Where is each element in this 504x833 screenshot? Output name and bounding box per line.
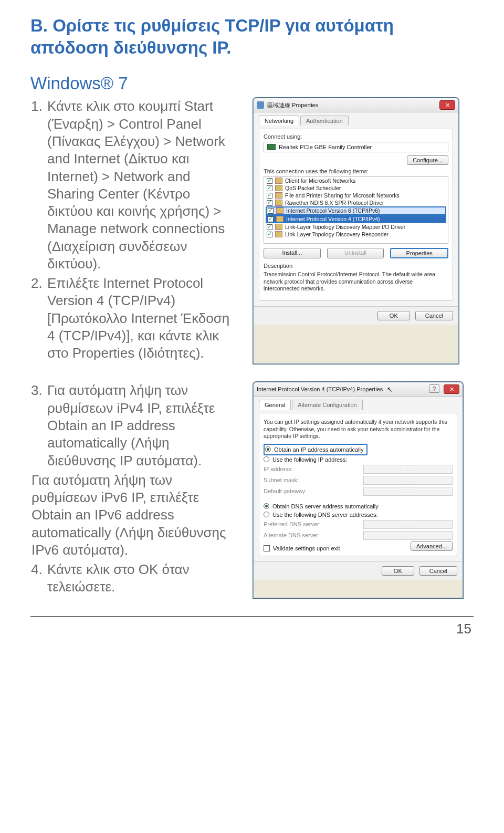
checkbox-icon — [264, 545, 270, 551]
list-item[interactable]: Link-Layer Topology Discovery Mapper I/O… — [264, 223, 448, 231]
adns-input[interactable]: . . . — [363, 531, 453, 540]
ok-button[interactable]: OK — [382, 566, 414, 576]
step-4: Κάντε κλικ στο OK όταν τελειώσετε. — [46, 561, 236, 596]
cancel-button[interactable]: Cancel — [415, 311, 453, 320]
items-listbox[interactable]: Client for Microsoft Networks QoS Packet… — [264, 176, 448, 244]
window-icon — [257, 101, 264, 109]
tab-authentication[interactable]: Authentication — [300, 116, 349, 126]
list-item[interactable]: Rawether NDIS 6.X SPR Protocol Driver — [264, 199, 448, 206]
connect-using-label: Connect using: — [264, 133, 448, 140]
window-title: Internet Protocol Version 4 (TCP/IPv4) P… — [257, 386, 383, 392]
label-pdns: Preferred DNS server: — [264, 521, 321, 527]
radio-obtain-dns[interactable]: Obtain DNS server address automatically — [264, 502, 453, 511]
label-adns: Alternate DNS server: — [264, 532, 320, 538]
heading-text: Ορίστε τις ρυθμίσεις TCP/IP για αυτόματη… — [30, 16, 394, 57]
radio-dot-icon — [264, 512, 269, 517]
intro-text: You can get IP settings assigned automat… — [264, 419, 453, 439]
radio-obtain-ip[interactable]: Obtain an IP address automatically — [265, 445, 363, 454]
install-button[interactable]: Install... — [264, 248, 321, 258]
properties-button[interactable]: Properties — [390, 248, 448, 258]
radio-use-ip[interactable]: Use the following IP address: — [264, 455, 453, 464]
list-item[interactable]: Client for Microsoft Networks — [264, 177, 448, 184]
window-title: 區域連線 Properties — [267, 101, 318, 109]
steps-list-a: Κάντε κλικ στο κουμπί Start (Έναρξη) > C… — [30, 98, 236, 362]
step-2: Επιλέξτε Internet Protocol Version 4 (TC… — [46, 275, 236, 362]
checkbox-validate[interactable]: Validate settings upon exit — [264, 545, 340, 551]
radio-dot-icon — [265, 446, 271, 452]
gateway-input[interactable]: . . . — [363, 487, 453, 496]
radio-dot-icon — [264, 503, 269, 509]
dialog-connection-properties: 區域連線 Properties ✕ Networking Authenticat… — [253, 98, 459, 364]
radio-obtain-ip-highlight: Obtain an IP address automatically — [264, 444, 368, 455]
adapter-name: Realtek PCIe GBE Family Controller — [279, 144, 372, 150]
tab-networking[interactable]: Networking — [259, 116, 299, 126]
list-item-ipv4-selected[interactable]: Internet Protocol Version 4 (TCP/IPv4) — [266, 215, 446, 223]
page-number: 15 — [30, 621, 474, 637]
network-adapter-icon — [267, 144, 276, 150]
dialog-ipv4-properties: Internet Protocol Version 4 (TCP/IPv4) P… — [253, 382, 463, 598]
label-mask: Subnet mask: — [264, 477, 299, 483]
list-item-ipv6[interactable]: Internet Protocol Version 6 (TCP/IPv6) — [266, 206, 446, 215]
pdns-input[interactable]: . . . — [363, 520, 453, 529]
step-3: Για αυτόματη λήψη των ρυθμίσεων iPv4 IP,… — [46, 382, 236, 469]
close-button[interactable]: ✕ — [439, 100, 455, 110]
uninstall-button[interactable]: Uninstall — [327, 248, 384, 258]
close-button[interactable]: ✕ — [444, 384, 459, 394]
advanced-button[interactable]: Advanced... — [411, 542, 453, 551]
steps-list-b: Για αυτόματη λήψη των ρυθμίσεων iPv4 IP,… — [30, 382, 236, 596]
list-item[interactable]: QoS Packet Scheduler — [264, 184, 448, 192]
list-item[interactable]: Link-Layer Topology Discovery Responder — [264, 231, 448, 238]
ip-input[interactable]: . . . — [363, 465, 453, 474]
cancel-button[interactable]: Cancel — [419, 566, 457, 576]
ok-button[interactable]: OK — [377, 311, 410, 320]
list-item[interactable]: File and Printer Sharing for Microsoft N… — [264, 192, 448, 199]
label-ip: IP address: — [264, 466, 292, 472]
step-1: Κάντε κλικ στο κουμπί Start (Έναρξη) > C… — [46, 98, 236, 273]
help-button[interactable]: ? — [429, 384, 439, 393]
adapter-field: Realtek PCIe GBE Family Controller — [264, 142, 448, 152]
configure-button[interactable]: Configure... — [407, 155, 448, 165]
radio-use-dns[interactable]: Use the following DNS server addresses: — [264, 511, 453, 519]
radio-dot-icon — [264, 456, 269, 462]
cursor-icon: ↖ — [387, 386, 393, 393]
description-label: Description — [264, 263, 448, 269]
tab-alternate[interactable]: Alternate Configuration — [292, 400, 363, 410]
section-heading: B. Ορίστε τις ρυθμίσεις TCP/IP για αυτόμ… — [30, 15, 474, 59]
label-gateway: Default gateway: — [264, 488, 307, 494]
heading-prefix: B. — [30, 16, 48, 35]
uses-items-label: This connection uses the following items… — [264, 168, 448, 174]
description-text: Transmission Control Protocol/Internet P… — [264, 271, 448, 291]
footer-rule — [30, 616, 474, 617]
tab-general[interactable]: General — [259, 400, 291, 410]
mask-input[interactable]: . . . — [363, 476, 453, 485]
subheading-windows7: Windows® 7 — [30, 74, 474, 93]
step-3b: Για αυτόματη λήψη των ρυθμίσεων iPv6 IP,… — [30, 472, 236, 559]
